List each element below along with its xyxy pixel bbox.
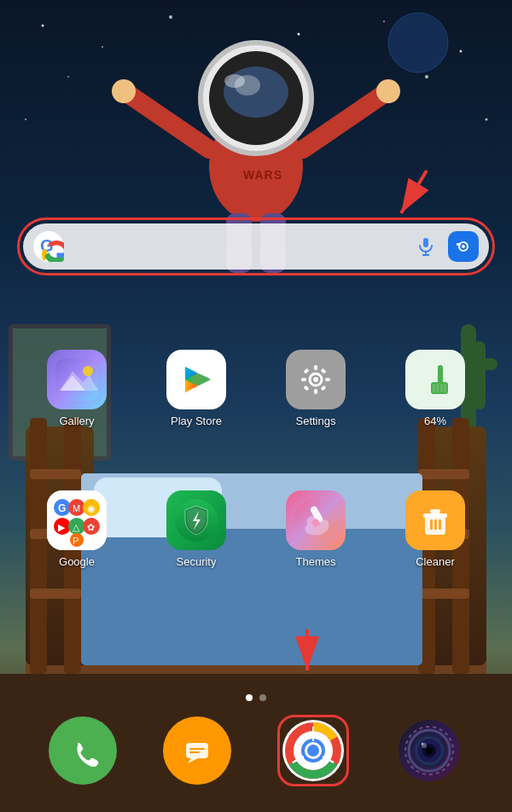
cleaner-icon	[405, 350, 465, 409]
svg-rect-111	[430, 519, 433, 530]
google-folder-icon: G M ◉ ▶ △ ✿ P	[47, 490, 107, 550]
svg-point-9	[25, 119, 26, 120]
svg-rect-58	[457, 243, 461, 246]
themes-icon	[286, 490, 346, 550]
svg-rect-118	[186, 743, 208, 758]
svg-point-11	[388, 13, 448, 72]
svg-rect-75	[325, 378, 330, 381]
dock-item-chrome-wrapper[interactable]	[277, 715, 349, 786]
svg-rect-25	[418, 469, 469, 479]
settings-label: Settings	[296, 415, 336, 427]
svg-rect-80	[414, 358, 457, 401]
app-grid-row2: G M ◉ ▶ △ ✿ P Google	[0, 490, 512, 568]
google-g-icon: G	[33, 231, 64, 262]
svg-point-42	[112, 79, 136, 103]
svg-point-62	[83, 366, 93, 376]
gallery-icon	[47, 350, 107, 409]
search-bar-arrow	[375, 162, 444, 234]
svg-rect-112	[434, 519, 437, 530]
svg-point-10	[486, 119, 488, 121]
security-label: Security	[177, 555, 217, 568]
dock-item-messages[interactable]	[163, 716, 231, 785]
svg-point-8	[425, 75, 428, 78]
svg-rect-29	[418, 589, 469, 599]
svg-rect-81	[438, 365, 443, 384]
app-item-google[interactable]: G M ◉ ▶ △ ✿ P Google	[38, 490, 115, 568]
svg-text:P: P	[73, 536, 79, 546]
cleaner2-icon	[405, 490, 465, 550]
svg-point-6	[460, 50, 463, 53]
camera-search-icon[interactable]	[448, 231, 479, 262]
security-icon	[166, 490, 226, 550]
page-indicator	[0, 694, 512, 701]
svg-point-44	[376, 79, 400, 103]
cleaner2-label: Cleaner	[416, 555, 455, 568]
svg-point-3	[169, 15, 172, 19]
app-item-gallery[interactable]: Gallery	[38, 350, 115, 427]
svg-rect-52	[423, 238, 428, 247]
svg-point-135	[426, 747, 433, 754]
svg-text:◉: ◉	[87, 503, 96, 513]
app-item-security[interactable]: Security	[158, 490, 235, 568]
app-item-settings[interactable]: Settings	[277, 350, 354, 427]
app-item-cleaner[interactable]: 64%	[397, 350, 474, 427]
svg-rect-113	[439, 519, 441, 530]
svg-point-7	[67, 76, 69, 78]
mic-icon[interactable]	[410, 231, 441, 262]
svg-point-5	[383, 20, 385, 22]
dock-item-phone[interactable]	[49, 716, 117, 785]
svg-text:△: △	[73, 522, 80, 532]
svg-rect-83	[433, 384, 435, 392]
svg-point-71	[313, 377, 318, 382]
phone-icon	[49, 716, 117, 785]
app-item-play-store[interactable]: Play Store	[158, 350, 235, 427]
svg-point-57	[462, 245, 465, 248]
page-dot-1	[246, 694, 253, 701]
svg-point-39	[224, 74, 245, 88]
svg-text:G: G	[58, 502, 66, 514]
dock-item-camera[interactable]	[395, 716, 463, 785]
google-label: Google	[59, 555, 95, 568]
svg-rect-110	[430, 509, 440, 513]
svg-rect-72	[314, 365, 317, 370]
svg-rect-120	[189, 748, 205, 750]
messages-icon	[163, 716, 231, 785]
svg-rect-73	[314, 389, 317, 394]
chrome-icon	[282, 720, 344, 781]
svg-text:▶: ▶	[58, 522, 66, 532]
gallery-label: Gallery	[59, 415, 94, 427]
settings-icon	[286, 350, 346, 409]
dock	[0, 715, 512, 786]
svg-rect-74	[301, 378, 306, 381]
svg-point-1	[42, 25, 44, 27]
svg-point-2	[102, 46, 103, 48]
app-item-cleaner2[interactable]: Cleaner	[397, 490, 474, 568]
camera-icon	[395, 716, 463, 785]
play-store-icon	[166, 350, 226, 409]
cleaner-label: 64%	[424, 415, 446, 427]
svg-point-4	[298, 33, 300, 36]
svg-text:✿: ✿	[87, 522, 95, 532]
svg-rect-28	[30, 589, 81, 599]
svg-line-49	[401, 171, 427, 213]
svg-point-137	[422, 743, 424, 745]
app-item-themes[interactable]: Themes	[277, 490, 354, 568]
svg-rect-85	[440, 384, 443, 392]
svg-point-126	[307, 745, 319, 757]
play-store-label: Play Store	[171, 415, 222, 427]
themes-label: Themes	[296, 555, 336, 568]
svg-rect-121	[189, 751, 200, 753]
svg-rect-86	[444, 384, 446, 392]
svg-text:M: M	[73, 503, 80, 513]
app-grid-row1: Gallery	[0, 350, 512, 427]
svg-rect-24	[30, 469, 81, 479]
svg-rect-84	[437, 384, 439, 392]
svg-text:WARS: WARS	[243, 168, 282, 182]
page-dot-2	[259, 694, 266, 701]
svg-rect-109	[423, 513, 447, 518]
chrome-arrow	[290, 621, 358, 693]
